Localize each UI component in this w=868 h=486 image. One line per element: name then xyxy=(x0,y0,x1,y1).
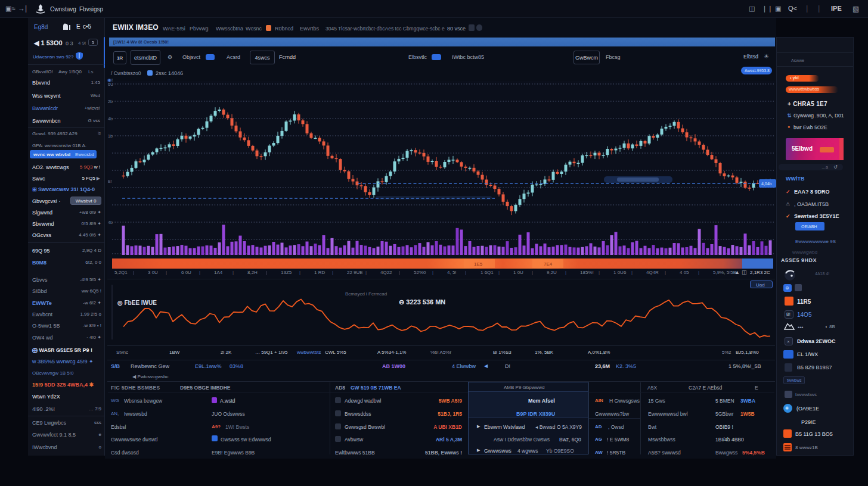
svg-text:1b: 1b xyxy=(108,134,113,138)
svg-text:6U: 6U xyxy=(108,82,113,86)
svg-text:B!: B! xyxy=(108,179,112,183)
svg-text:4b: 4b xyxy=(108,220,113,225)
svg-text:4b: 4b xyxy=(108,117,113,121)
svg-text:2b: 2b xyxy=(108,99,113,104)
svg-text:7E4: 7E4 xyxy=(544,261,553,267)
svg-text:4,04b: 4,04b xyxy=(761,182,772,186)
svg-text:1E5: 1E5 xyxy=(474,261,483,267)
